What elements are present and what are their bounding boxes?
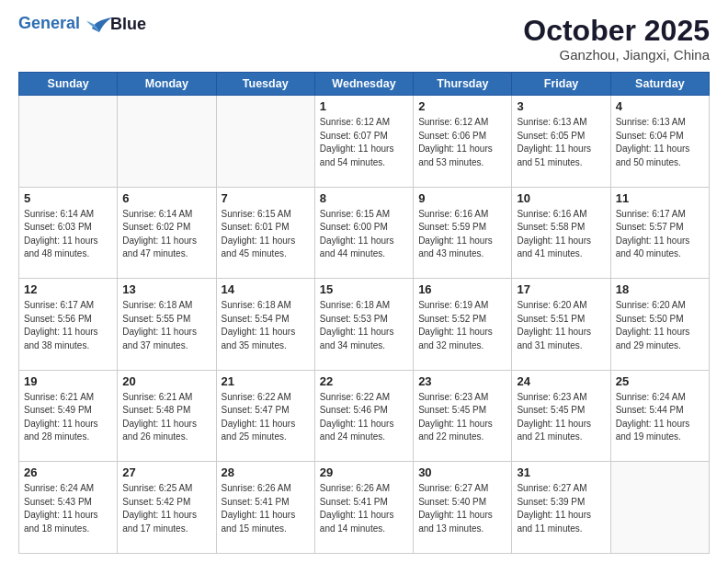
title-block: October 2025 Ganzhou, Jiangxi, China <box>523 15 710 63</box>
day-number: 19 <box>24 374 112 388</box>
day-cell: 27Sunrise: 6:25 AM Sunset: 5:42 PM Dayli… <box>118 462 216 554</box>
day-info: Sunrise: 6:23 AM Sunset: 5:45 PM Dayligh… <box>418 391 506 444</box>
day-info: Sunrise: 6:18 AM Sunset: 5:54 PM Dayligh… <box>222 299 310 352</box>
day-number: 31 <box>517 465 605 479</box>
day-info: Sunrise: 6:22 AM Sunset: 5:47 PM Dayligh… <box>222 391 310 444</box>
week-row-1: 1Sunrise: 6:12 AM Sunset: 6:07 PM Daylig… <box>19 96 710 188</box>
day-info: Sunrise: 6:27 AM Sunset: 5:39 PM Dayligh… <box>517 482 605 535</box>
day-cell <box>118 96 216 188</box>
weekday-header-row: SundayMondayTuesdayWednesdayThursdayFrid… <box>19 73 710 96</box>
weekday-header-tuesday: Tuesday <box>216 73 314 96</box>
day-info: Sunrise: 6:14 AM Sunset: 6:02 PM Dayligh… <box>122 208 210 261</box>
day-cell: 28Sunrise: 6:26 AM Sunset: 5:41 PM Dayli… <box>216 462 314 554</box>
day-number: 29 <box>320 465 408 479</box>
day-info: Sunrise: 6:24 AM Sunset: 5:43 PM Dayligh… <box>24 482 112 535</box>
day-number: 26 <box>24 465 112 479</box>
day-number: 11 <box>616 191 704 205</box>
day-info: Sunrise: 6:21 AM Sunset: 5:48 PM Dayligh… <box>122 391 210 444</box>
day-number: 15 <box>320 282 408 296</box>
day-info: Sunrise: 6:26 AM Sunset: 5:41 PM Dayligh… <box>320 482 408 535</box>
day-cell: 9Sunrise: 6:16 AM Sunset: 5:59 PM Daylig… <box>414 187 512 279</box>
day-cell: 15Sunrise: 6:18 AM Sunset: 5:53 PM Dayli… <box>314 279 413 371</box>
day-cell: 24Sunrise: 6:23 AM Sunset: 5:45 PM Dayli… <box>512 370 610 462</box>
day-cell: 14Sunrise: 6:18 AM Sunset: 5:54 PM Dayli… <box>216 279 314 371</box>
day-number: 23 <box>418 374 506 388</box>
day-info: Sunrise: 6:20 AM Sunset: 5:51 PM Dayligh… <box>517 299 605 352</box>
month-title: October 2025 <box>523 15 710 47</box>
logo: General Blue <box>18 15 146 34</box>
day-number: 4 <box>616 99 704 113</box>
weekday-header-sunday: Sunday <box>19 73 118 96</box>
day-number: 28 <box>222 465 310 479</box>
day-number: 9 <box>418 191 506 205</box>
day-number: 7 <box>222 191 310 205</box>
day-info: Sunrise: 6:27 AM Sunset: 5:40 PM Dayligh… <box>418 482 506 535</box>
day-cell: 20Sunrise: 6:21 AM Sunset: 5:48 PM Dayli… <box>118 370 216 462</box>
day-cell: 11Sunrise: 6:17 AM Sunset: 5:57 PM Dayli… <box>610 187 709 279</box>
day-cell: 10Sunrise: 6:16 AM Sunset: 5:58 PM Dayli… <box>512 187 610 279</box>
day-cell: 5Sunrise: 6:14 AM Sunset: 6:03 PM Daylig… <box>19 187 118 279</box>
week-row-4: 19Sunrise: 6:21 AM Sunset: 5:49 PM Dayli… <box>19 370 710 462</box>
day-info: Sunrise: 6:15 AM Sunset: 6:00 PM Dayligh… <box>320 208 408 261</box>
logo-blue-text: Blue <box>110 15 146 34</box>
weekday-header-thursday: Thursday <box>414 73 512 96</box>
day-info: Sunrise: 6:25 AM Sunset: 5:42 PM Dayligh… <box>122 482 210 535</box>
day-cell: 17Sunrise: 6:20 AM Sunset: 5:51 PM Dayli… <box>512 279 610 371</box>
day-info: Sunrise: 6:12 AM Sunset: 6:07 PM Dayligh… <box>320 116 408 169</box>
location-subtitle: Ganzhou, Jiangxi, China <box>523 47 710 63</box>
weekday-header-friday: Friday <box>512 73 610 96</box>
day-number: 27 <box>122 465 210 479</box>
week-row-2: 5Sunrise: 6:14 AM Sunset: 6:03 PM Daylig… <box>19 187 710 279</box>
day-cell: 22Sunrise: 6:22 AM Sunset: 5:46 PM Dayli… <box>314 370 413 462</box>
day-number: 3 <box>517 99 605 113</box>
day-number: 13 <box>122 282 210 296</box>
day-info: Sunrise: 6:21 AM Sunset: 5:49 PM Dayligh… <box>24 391 112 444</box>
day-number: 12 <box>24 282 112 296</box>
day-info: Sunrise: 6:16 AM Sunset: 5:58 PM Dayligh… <box>517 208 605 261</box>
weekday-header-monday: Monday <box>118 73 216 96</box>
calendar-table: SundayMondayTuesdayWednesdayThursdayFrid… <box>18 72 710 554</box>
day-number: 5 <box>24 191 112 205</box>
day-info: Sunrise: 6:17 AM Sunset: 5:57 PM Dayligh… <box>616 208 704 261</box>
day-number: 6 <box>122 191 210 205</box>
day-cell: 7Sunrise: 6:15 AM Sunset: 6:01 PM Daylig… <box>216 187 314 279</box>
day-number: 16 <box>418 282 506 296</box>
day-number: 1 <box>320 99 408 113</box>
day-cell: 23Sunrise: 6:23 AM Sunset: 5:45 PM Dayli… <box>414 370 512 462</box>
day-cell: 19Sunrise: 6:21 AM Sunset: 5:49 PM Dayli… <box>19 370 118 462</box>
day-cell: 25Sunrise: 6:24 AM Sunset: 5:44 PM Dayli… <box>610 370 709 462</box>
logo-bird-icon <box>86 16 112 34</box>
day-number: 10 <box>517 191 605 205</box>
day-number: 25 <box>616 374 704 388</box>
day-cell <box>216 96 314 188</box>
day-cell: 18Sunrise: 6:20 AM Sunset: 5:50 PM Dayli… <box>610 279 709 371</box>
day-cell: 21Sunrise: 6:22 AM Sunset: 5:47 PM Dayli… <box>216 370 314 462</box>
day-number: 21 <box>222 374 310 388</box>
day-info: Sunrise: 6:24 AM Sunset: 5:44 PM Dayligh… <box>616 391 704 444</box>
day-number: 30 <box>418 465 506 479</box>
day-info: Sunrise: 6:20 AM Sunset: 5:50 PM Dayligh… <box>616 299 704 352</box>
day-cell: 30Sunrise: 6:27 AM Sunset: 5:40 PM Dayli… <box>414 462 512 554</box>
day-info: Sunrise: 6:23 AM Sunset: 5:45 PM Dayligh… <box>517 391 605 444</box>
week-row-5: 26Sunrise: 6:24 AM Sunset: 5:43 PM Dayli… <box>19 462 710 554</box>
day-number: 8 <box>320 191 408 205</box>
day-cell: 16Sunrise: 6:19 AM Sunset: 5:52 PM Dayli… <box>414 279 512 371</box>
day-info: Sunrise: 6:22 AM Sunset: 5:46 PM Dayligh… <box>320 391 408 444</box>
header: General Blue October 2025 Ganzhou, Jiang… <box>18 15 710 63</box>
day-number: 22 <box>320 374 408 388</box>
day-number: 24 <box>517 374 605 388</box>
day-info: Sunrise: 6:17 AM Sunset: 5:56 PM Dayligh… <box>24 299 112 352</box>
day-number: 17 <box>517 282 605 296</box>
day-info: Sunrise: 6:26 AM Sunset: 5:41 PM Dayligh… <box>222 482 310 535</box>
day-cell: 12Sunrise: 6:17 AM Sunset: 5:56 PM Dayli… <box>19 279 118 371</box>
day-number: 18 <box>616 282 704 296</box>
day-cell: 31Sunrise: 6:27 AM Sunset: 5:39 PM Dayli… <box>512 462 610 554</box>
day-info: Sunrise: 6:14 AM Sunset: 6:03 PM Dayligh… <box>24 208 112 261</box>
week-row-3: 12Sunrise: 6:17 AM Sunset: 5:56 PM Dayli… <box>19 279 710 371</box>
day-info: Sunrise: 6:19 AM Sunset: 5:52 PM Dayligh… <box>418 299 506 352</box>
day-number: 2 <box>418 99 506 113</box>
day-cell: 13Sunrise: 6:18 AM Sunset: 5:55 PM Dayli… <box>118 279 216 371</box>
day-info: Sunrise: 6:13 AM Sunset: 6:05 PM Dayligh… <box>517 116 605 169</box>
logo-text: General <box>18 15 112 33</box>
day-info: Sunrise: 6:12 AM Sunset: 6:06 PM Dayligh… <box>418 116 506 169</box>
